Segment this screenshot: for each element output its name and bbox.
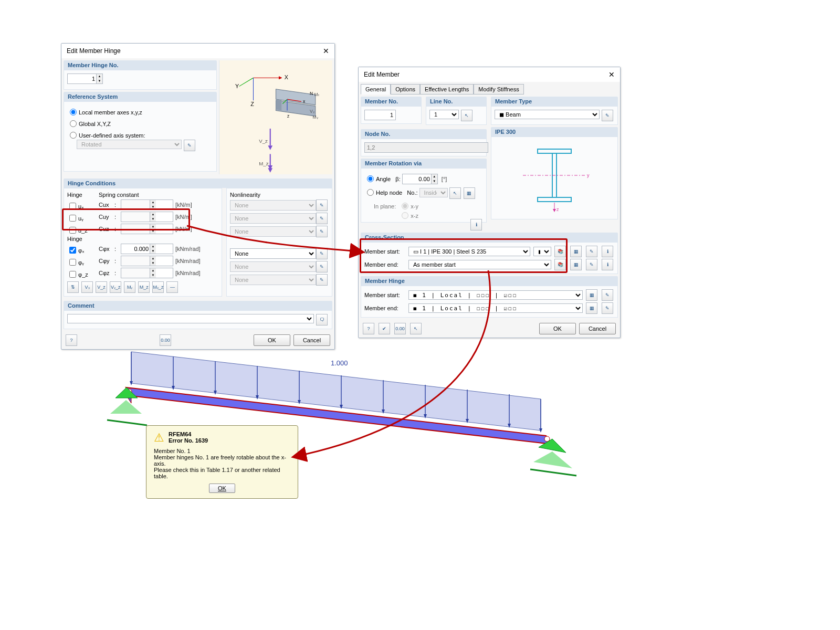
tab-eff-lengths[interactable]: Effective Lengths	[420, 84, 474, 94]
info2-icon[interactable]: ℹ	[602, 259, 613, 270]
new-node-icon[interactable]: ▦	[464, 187, 475, 199]
member-type-select[interactable]: ◼ Beam	[495, 110, 600, 119]
error-ok-button[interactable]: OK	[209, 484, 235, 493]
nonlin-uz-edit-icon[interactable]: ✎	[316, 226, 328, 237]
spin-phiz[interactable]: ▲▼	[121, 268, 173, 278]
preset-8-icon[interactable]: —	[166, 281, 178, 293]
chk-uz[interactable]: u_z	[67, 224, 99, 234]
chk-ux[interactable]: uₓ	[67, 200, 99, 210]
chk-phix[interactable]: φₓ	[67, 244, 99, 254]
svg-text:x: x	[303, 99, 306, 104]
tab-general[interactable]: General	[361, 84, 391, 94]
helpnode-select: Inside	[419, 188, 448, 197]
spin-phiy[interactable]: ▲▼	[121, 256, 173, 266]
section-line-no: Line No.	[426, 97, 487, 106]
cancel-button[interactable]: Cancel	[579, 323, 616, 334]
hinge-no-spinner[interactable]: ▲▼	[67, 74, 103, 84]
preset-4-icon[interactable]: Vᵧ_z	[110, 281, 121, 293]
nonlin-phiy-edit-icon[interactable]: ✎	[316, 261, 328, 272]
hinge-start-new-icon[interactable]: ▦	[586, 289, 597, 301]
nonlin-phiy: None	[230, 261, 316, 272]
radio-xy: x-y	[399, 203, 418, 209]
radio-global[interactable]: Global X,Y,Z	[67, 117, 213, 128]
label-ms-2: Member start:	[364, 292, 405, 298]
radio-local[interactable]: Local member axes x,y,z	[67, 105, 213, 117]
preset-5-icon[interactable]: Mᵧ	[124, 281, 135, 293]
chk-phiy[interactable]: φᵧ	[67, 256, 99, 266]
line-no-select[interactable]: 1	[429, 110, 459, 119]
check-icon[interactable]: ✔	[379, 323, 390, 334]
error-app: RFEM64	[169, 431, 191, 437]
svg-marker-64	[533, 452, 572, 468]
edit2-icon[interactable]: ✎	[586, 259, 597, 270]
new-icon[interactable]: ▦	[570, 246, 582, 257]
lib2-icon[interactable]: 📚	[554, 259, 566, 270]
hinge-end-edit-icon[interactable]: ✎	[602, 302, 613, 314]
nonlin-ux-edit-icon[interactable]: ✎	[316, 200, 328, 211]
radio-user[interactable]: User-defined axis system:	[67, 128, 213, 140]
hinge-no-input[interactable]	[68, 75, 96, 83]
help-icon[interactable]: ?	[66, 334, 77, 346]
chk-uy[interactable]: uᵧ	[67, 212, 99, 222]
spin-ux[interactable]: ▲▼	[121, 200, 173, 210]
close-icon[interactable]: ✕	[323, 47, 329, 55]
svg-text:Mₜ: Mₜ	[314, 92, 320, 97]
spin-uy[interactable]: ▲▼	[121, 212, 173, 222]
angle-input[interactable]	[403, 175, 431, 183]
tab-modify-stiffness[interactable]: Modify Stiffness	[474, 84, 523, 94]
svg-text:V_z: V_z	[259, 138, 268, 144]
spin-down-icon[interactable]: ▼	[96, 79, 102, 83]
help2-icon[interactable]: ?	[363, 323, 374, 334]
spin-up-icon[interactable]: ▲	[96, 74, 102, 79]
lib-icon[interactable]: 📚	[554, 246, 566, 257]
edit-icon[interactable]: ✎	[184, 140, 195, 151]
hinge-end-new-icon[interactable]: ▦	[586, 302, 597, 314]
angle-spin[interactable]: ▲▼	[402, 174, 438, 184]
new2-icon[interactable]: ▦	[570, 259, 582, 270]
preset-7-icon[interactable]: Mᵧ_z	[152, 281, 164, 293]
spin-uz[interactable]: ▲▼	[121, 224, 173, 234]
section-rotation: Member Rotation via	[361, 159, 487, 168]
member-type-edit-icon[interactable]: ✎	[602, 110, 613, 121]
cs-start-select[interactable]: ▭ I 1 | IPE 300 | Steel S 235	[408, 247, 530, 256]
radio-user-input[interactable]	[70, 132, 77, 139]
info-icon[interactable]: ℹ	[470, 219, 482, 230]
nonlin-phix[interactable]: None	[230, 248, 316, 259]
tab-options[interactable]: Options	[391, 84, 420, 94]
ok-button[interactable]: OK	[539, 323, 576, 334]
comment-pick-icon[interactable]: 🗨	[316, 314, 328, 326]
nonlin-uy-edit-icon[interactable]: ✎	[316, 213, 328, 224]
hinge-start-edit-icon[interactable]: ✎	[602, 289, 613, 301]
units2-icon[interactable]: 0.00	[394, 323, 406, 334]
nonlin-phix-edit-icon[interactable]: ✎	[316, 248, 328, 259]
spin-phix[interactable]: ▲▼	[121, 244, 173, 254]
radio-helpnode[interactable]: Help node No.: Inside ↖ ▦	[364, 185, 483, 200]
preset-3-icon[interactable]: V_z	[96, 281, 107, 293]
section-cross: Cross-Section	[361, 233, 618, 242]
chk-phiz[interactable]: φ_z	[67, 268, 99, 278]
dialog-title: Edit Member Hinge	[67, 47, 121, 55]
edit-cs-icon[interactable]: ✎	[586, 246, 597, 257]
col-hinge: Hinge	[67, 192, 99, 198]
comment-input[interactable]	[67, 314, 314, 323]
close-icon[interactable]: ✕	[608, 70, 615, 79]
preset-1-icon[interactable]: ⇅	[67, 281, 79, 293]
radio-local-input[interactable]	[70, 109, 77, 116]
member-no-input[interactable]	[364, 110, 396, 120]
cs-start-color[interactable]: ◼	[533, 247, 551, 256]
radio-angle[interactable]: Angle β: ▲▼ [°]	[364, 172, 483, 185]
hinge-start-select[interactable]: ◼ 1 | Local | ☐☐☐ | ☑☐☐	[408, 290, 583, 300]
info-cs-icon[interactable]: ℹ	[602, 246, 613, 257]
pick-node-icon[interactable]: ↖	[449, 187, 461, 199]
nonlin-phiz-edit-icon[interactable]: ✎	[316, 274, 328, 286]
pick2-icon[interactable]: ↖	[410, 323, 422, 334]
hinge-end-select[interactable]: ◼ 1 | Local | ☐☐☐ | ☑☐☐	[408, 303, 583, 313]
phix-value[interactable]	[121, 245, 150, 253]
svg-rect-27	[538, 197, 571, 202]
preset-2-icon[interactable]: Vᵧ	[81, 281, 93, 293]
preset-6-icon[interactable]: M_z	[138, 281, 150, 293]
radio-global-input[interactable]	[70, 120, 77, 127]
cs-end-select[interactable]: As member start	[408, 260, 551, 269]
pick-line-icon[interactable]: ↖	[461, 110, 472, 121]
node-no-input	[364, 142, 488, 153]
